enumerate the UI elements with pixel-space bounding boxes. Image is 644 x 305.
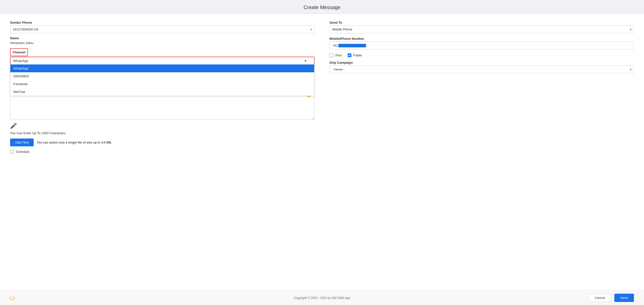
phone-prefix: +91 — [332, 44, 338, 47]
copyright-text: Copyright © 2016 - 2021 by 360 SMS App — [294, 296, 350, 300]
channel-section: Channel WhatsApp ▾ WhatsApp SMS/MMS Face… — [10, 48, 314, 65]
sender-phone-wrapper: 18127304020 US ▾ — [10, 25, 314, 33]
page-title: Create Message — [304, 5, 341, 10]
footer-left — [10, 296, 15, 300]
drip-wrapper: --None-- ▾ — [330, 65, 634, 73]
send-to-select[interactable]: Mobile Phone — [330, 25, 634, 33]
file-hint: You can select only a single file of siz… — [37, 141, 112, 144]
left-column: Sender Phone 18127304020 US ▾ Name Himan… — [10, 21, 314, 154]
schedule-label: Schedule — [16, 150, 29, 154]
main-content: Sender Phone 18127304020 US ▾ Name Himan… — [0, 14, 644, 290]
add-files-row: Add Files You can select only a single f… — [10, 139, 314, 146]
drip-label: Drip Campaign — [330, 61, 634, 64]
drip-section: Drip Campaign --None-- ▾ — [330, 61, 634, 73]
name-value: Himanshu Sahu — [10, 41, 314, 45]
itext-checkbox[interactable] — [330, 53, 333, 57]
phone-number-label: Mobile/Phone Number — [330, 37, 634, 41]
channel-selected-value: WhatsApp — [13, 59, 28, 63]
title-bar: Create Message — [0, 0, 644, 14]
footer: Copyright © 2016 - 2021 by 360 SMS App C… — [0, 290, 644, 305]
mic-row: 🎤 — [10, 123, 314, 129]
footer-right: Cancel Send — [588, 294, 634, 302]
page-wrapper: Create Message Sender Phone 18127304020 … — [0, 0, 644, 305]
folder-label: Folder — [353, 53, 362, 57]
file-hint-pre: You can select — [37, 141, 58, 144]
cancel-button[interactable]: Cancel — [588, 294, 611, 302]
drip-select[interactable]: --None-- — [330, 65, 634, 73]
send-to-label: Send To — [330, 21, 634, 24]
checkbox-row: iText Folder — [330, 53, 634, 57]
right-column: Send To Mobile Phone ▾ Mobile/Phone Numb… — [330, 21, 634, 154]
form-layout: Sender Phone 18127304020 US ▾ Name Himan… — [10, 21, 634, 154]
channel-dropdown-open: WhatsApp SMS/MMS Facebook WeChat — [10, 64, 314, 96]
file-hint-post: of size up to 4.5 MB. — [82, 141, 112, 144]
folder-checkbox-item: Folder — [348, 53, 362, 57]
channel-option-smsmms[interactable]: SMS/MMS — [10, 72, 314, 80]
name-label: Name — [10, 36, 314, 40]
channel-option-whatsapp[interactable]: WhatsApp — [10, 64, 314, 72]
send-to-wrapper: Mobile Phone ▾ — [330, 25, 634, 33]
schedule-row: Schedule — [10, 150, 314, 154]
loading-spinner — [10, 296, 15, 300]
sender-phone-label: Sender Phone — [10, 21, 314, 24]
sender-phone-select[interactable]: 18127304020 US — [10, 25, 314, 33]
mic-icon[interactable]: 🎤 — [10, 123, 17, 129]
folder-checkbox[interactable] — [348, 53, 351, 57]
schedule-checkbox[interactable] — [10, 150, 14, 154]
phone-number-input[interactable]: +91 — [330, 42, 634, 49]
channel-option-wechat[interactable]: WeChat — [10, 88, 314, 96]
file-hint-bold: only a single file — [59, 141, 82, 144]
phone-number-highlight — [338, 44, 366, 47]
add-files-button[interactable]: Add Files — [10, 139, 34, 146]
channel-select-display[interactable]: WhatsApp ▾ — [11, 57, 314, 64]
itext-label: iText — [335, 53, 342, 57]
send-button[interactable]: Send — [614, 294, 634, 302]
channel-label: Channel — [10, 48, 28, 56]
char-limit-text: You Can Enter Up To 1000 Characters — [10, 131, 314, 135]
itext-checkbox-item: iText — [330, 53, 342, 57]
channel-option-facebook[interactable]: Facebook — [10, 80, 314, 88]
channel-dropdown-wrapper: WhatsApp ▾ WhatsApp SMS/MMS Facebook WeC… — [10, 57, 314, 65]
channel-dropdown-arrow-icon: ▾ — [305, 59, 306, 63]
